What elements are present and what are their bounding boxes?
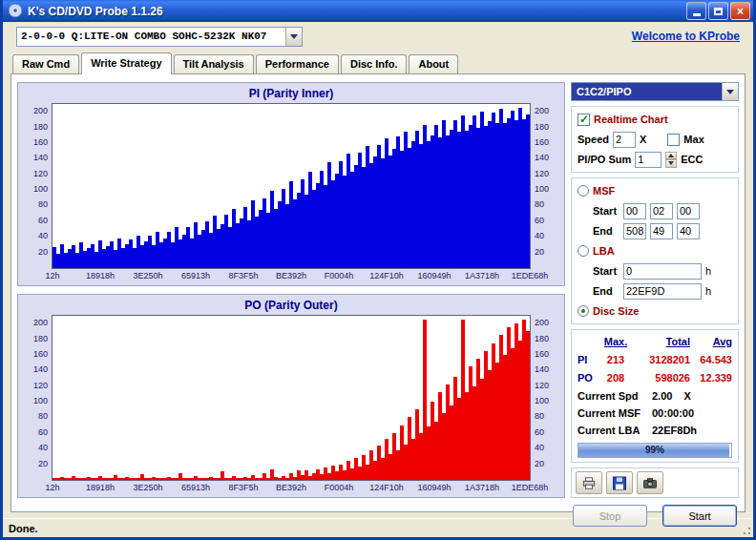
y-tick-label: 80 (38, 200, 48, 209)
pi-chart-title: PI (Parity Inner) (18, 87, 564, 103)
lba-start-input[interactable] (623, 263, 702, 280)
action-buttons: Stop Start (571, 503, 739, 527)
y-tick-label: 160 (33, 350, 48, 359)
y-tick-label: 60 (535, 217, 544, 225)
y-tick-label: 180 (33, 123, 48, 132)
y-tick-label: 160 (535, 350, 549, 359)
y-tick-label: 40 (535, 444, 544, 452)
lba-start-unit: h (705, 265, 711, 277)
stats-header-avg: Avg (690, 336, 732, 347)
maximize-icon (714, 8, 723, 15)
resize-grip-icon[interactable] (741, 525, 752, 536)
y-tick-label: 80 (535, 200, 544, 209)
x-tick-label: F0004h (325, 271, 354, 280)
close-button[interactable]: × (730, 2, 750, 20)
y-tick-label: 40 (38, 444, 48, 452)
pi-chart-panel: PI (Parity Inner) 2040608010012014016018… (17, 82, 565, 286)
print-button[interactable] (576, 471, 602, 494)
max-speed-checkbox[interactable] (667, 134, 680, 146)
y-tick-label: 160 (33, 138, 48, 147)
control-panel: C1C2/PIPO Realtime Chart Speed X Max (571, 80, 739, 506)
x-tick-label: 8F3F5h (228, 483, 258, 492)
close-icon: × (737, 5, 744, 18)
y-tick-label: 140 (535, 365, 549, 374)
start-button[interactable]: Start (662, 505, 737, 527)
y-tick-label: 140 (33, 154, 48, 162)
pipo-sum-spinner (665, 152, 677, 168)
window-title: K's CD/DVD Probe 1.1.26 (28, 5, 684, 18)
mode-combobox[interactable]: C1C2/PIPO (571, 82, 739, 101)
current-msf-row: Current MSF 00:00:00 (578, 405, 732, 420)
tab-strip: Raw Cmd Write Strategy Tilt Analysis Per… (3, 51, 753, 73)
disc-size-radio[interactable] (578, 305, 589, 317)
tab-tilt-analysis[interactable]: Tilt Analysis (174, 54, 254, 73)
lba-end-input[interactable] (623, 283, 702, 300)
y-tick-label: 40 (535, 232, 544, 240)
msf-start-min-input[interactable] (623, 203, 646, 219)
y-tick-label: 200 (535, 319, 549, 327)
msf-end-min-input[interactable] (623, 223, 646, 239)
minimize-button[interactable] (686, 2, 706, 20)
y-tick-label: 100 (33, 185, 48, 194)
speed-input[interactable] (613, 132, 636, 148)
pipo-sum-input[interactable] (635, 152, 662, 168)
spin-up-button[interactable] (665, 152, 677, 160)
app-window: K's CD/DVD Probe 1.1.26 × 2-0-0-0 Q:LITE… (0, 0, 756, 540)
charts-column: PI (Parity Inner) 2040608010012014016018… (17, 80, 565, 506)
snapshot-button[interactable] (637, 471, 663, 494)
y-tick-label: 80 (38, 412, 48, 421)
msf-start-sec-input[interactable] (650, 203, 673, 219)
current-lba-row: Current LBA 22EF8Dh (578, 423, 732, 437)
po-stats-row: PO 208 598026 12.339 (578, 370, 732, 385)
x-tick-label: 65913h (181, 483, 210, 492)
msf-start-frame-input[interactable] (677, 203, 700, 219)
y-tick-label: 120 (33, 170, 48, 178)
current-lba-value: 22EF8Dh (652, 425, 697, 436)
po-plot-area (52, 315, 531, 481)
x-tick-label: 124F10h (369, 483, 404, 492)
pi-total-value: 3128201 (633, 354, 690, 365)
x-tick-label: 12h (45, 483, 59, 492)
y-tick-label: 100 (535, 397, 549, 405)
tab-write-strategy[interactable]: Write Strategy (81, 52, 171, 74)
tab-about[interactable]: About (409, 54, 458, 73)
welcome-link[interactable]: Welcome to KProbe (632, 30, 740, 43)
mode-combobox-dropdown-button[interactable] (722, 83, 738, 100)
y-tick-label: 200 (535, 107, 549, 115)
chart-options-group: Realtime Chart Speed X Max PI/PO Sum (571, 106, 739, 173)
maximize-button[interactable] (708, 2, 728, 20)
drive-selector-dropdown-button[interactable] (285, 28, 302, 46)
x-tick-label: 1EDE68h (512, 271, 549, 280)
x-tick-label: 3E250h (133, 483, 162, 492)
pi-y-axis-right: 20406080100120140160180200 (531, 103, 557, 269)
po-y-axis-right: 20406080100120140160180200 (531, 315, 557, 481)
msf-radio[interactable] (578, 185, 589, 197)
y-tick-label: 20 (38, 248, 48, 257)
y-tick-label: 20 (535, 460, 544, 468)
lba-end-label: End (593, 285, 620, 297)
realtime-chart-checkbox[interactable] (578, 114, 590, 126)
tab-performance[interactable]: Performance (256, 54, 339, 73)
y-tick-label: 20 (535, 248, 544, 257)
spin-down-button[interactable] (665, 159, 677, 168)
lba-radio[interactable] (578, 245, 589, 257)
y-tick-label: 180 (33, 335, 48, 343)
stats-header-row: Max. Total Avg (578, 334, 732, 349)
lba-label: LBA (593, 245, 615, 257)
pi-avg-value: 64.543 (690, 354, 732, 365)
tab-raw-cmd[interactable]: Raw Cmd (12, 54, 79, 73)
x-tick-label: 1EDE68h (512, 483, 549, 492)
tab-disc-info[interactable]: Disc Info. (341, 54, 408, 73)
y-tick-label: 180 (535, 123, 549, 132)
po-chart-panel: PO (Parity Outer) 2040608010012014016018… (17, 294, 565, 498)
x-tick-label: 124F10h (369, 271, 404, 280)
current-speed-value: 2.00 (652, 390, 672, 402)
msf-end-frame-input[interactable] (677, 223, 700, 239)
x-tick-label: 1A3718h (465, 483, 499, 492)
drive-selector-combobox[interactable]: 2-0-0-0 Q:LITE-ON COMBO SOHC-5232K NK07 (16, 27, 303, 47)
msf-end-sec-input[interactable] (650, 223, 673, 239)
y-tick-label: 20 (38, 460, 48, 468)
range-group: MSF Start End LBA (571, 177, 739, 324)
save-button[interactable] (606, 471, 633, 494)
stop-button[interactable]: Stop (573, 505, 647, 527)
